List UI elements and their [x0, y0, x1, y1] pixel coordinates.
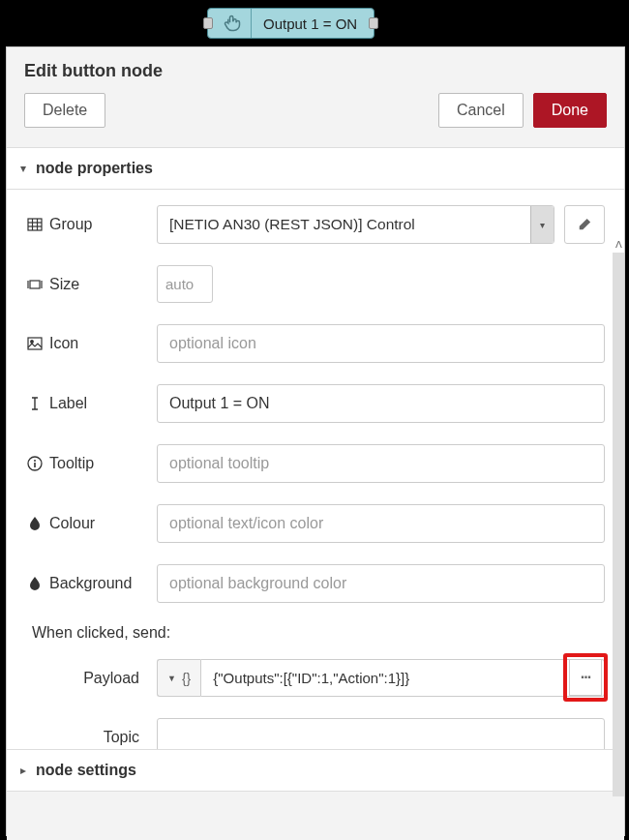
done-button[interactable]: Done [533, 93, 607, 128]
cancel-button[interactable]: Cancel [438, 93, 524, 128]
panel-header: Edit button node Delete Cancel Done [7, 47, 624, 148]
expand-json-button[interactable]: ··· [569, 659, 602, 696]
flow-node-badge[interactable]: Output 1 = ON [207, 8, 374, 39]
properties-body: Group [NETIO AN30 (REST JSON)] Control ▾ [7, 190, 624, 749]
svg-rect-8 [28, 338, 42, 349]
section-title-properties: node properties [36, 160, 153, 177]
background-input[interactable] [157, 564, 605, 603]
label-payload: Payload [26, 670, 157, 687]
section-title-settings: node settings [36, 762, 136, 779]
label-colour: Colour [26, 515, 157, 532]
when-clicked-label: When clicked, send: [26, 624, 605, 642]
edit-group-button[interactable] [564, 205, 605, 244]
chevron-down-icon: ▾ [530, 206, 554, 243]
label-group: Group [26, 216, 157, 233]
node-label: Output 1 = ON [252, 15, 369, 32]
tooltip-input[interactable] [157, 444, 605, 483]
svg-rect-5 [30, 281, 40, 288]
label-background: Background [26, 575, 157, 592]
tint-icon [26, 515, 44, 532]
node-port-left[interactable] [203, 17, 213, 29]
svg-rect-0 [28, 219, 42, 230]
touch-icon [213, 9, 252, 38]
row-tooltip: Tooltip [26, 444, 605, 483]
row-group: Group [NETIO AN30 (REST JSON)] Control ▾ [26, 205, 605, 244]
payload-input[interactable] [200, 659, 605, 697]
row-topic: Topic [26, 718, 605, 749]
label-size: Size [26, 276, 157, 293]
info-icon [26, 455, 44, 472]
row-background: Background [26, 564, 605, 603]
topic-input[interactable] [157, 718, 605, 749]
colour-input[interactable] [157, 504, 605, 543]
group-select[interactable]: [NETIO AN30 (REST JSON)] Control ▾ [157, 205, 554, 244]
row-label: Label [26, 384, 605, 423]
row-icon: Icon [26, 324, 605, 363]
section-node-settings[interactable]: ▸ node settings [7, 749, 624, 792]
chevron-right-icon: ▸ [20, 764, 26, 777]
label-input[interactable] [157, 384, 605, 423]
label-topic: Topic [26, 729, 157, 746]
size-input[interactable] [157, 265, 213, 303]
picture-icon [26, 335, 44, 352]
arrows-h-icon [26, 276, 44, 293]
svg-rect-13 [34, 463, 36, 467]
caret-down-icon: ▼ [167, 674, 176, 683]
i-cursor-icon [26, 395, 44, 412]
highlight-marker: ··· [563, 653, 608, 702]
icon-input[interactable] [157, 324, 605, 363]
footer-spacer [7, 792, 624, 840]
table-icon [26, 216, 44, 233]
panel-title: Edit button node [24, 61, 607, 81]
svg-point-12 [34, 460, 36, 462]
group-select-value: [NETIO AN30 (REST JSON)] Control [158, 206, 530, 243]
node-port-right[interactable] [369, 17, 378, 29]
chevron-down-icon: ▾ [20, 162, 26, 175]
label-label: Label [26, 395, 157, 412]
row-colour: Colour [26, 504, 605, 543]
label-tooltip: Tooltip [26, 455, 157, 472]
edit-panel: Edit button node Delete Cancel Done ▾ no… [6, 46, 625, 836]
json-type-icon: {} [182, 671, 191, 686]
section-node-properties[interactable]: ▾ node properties [7, 148, 624, 190]
label-icon: Icon [26, 335, 157, 352]
row-size: Size [26, 265, 605, 303]
svg-point-9 [31, 341, 34, 344]
delete-button[interactable]: Delete [24, 93, 105, 128]
payload-type-selector[interactable]: ▼ {} [157, 659, 200, 697]
row-payload: Payload ▼ {} ··· [26, 659, 605, 697]
tint-icon [26, 575, 44, 592]
